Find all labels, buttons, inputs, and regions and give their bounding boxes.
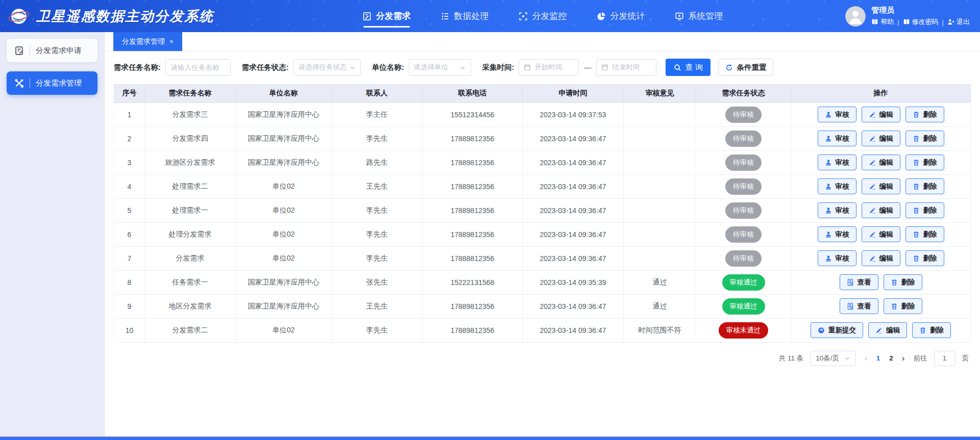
status-cell: 审核未通过 [696,318,791,342]
delete-button[interactable]: 删除 [905,250,944,266]
edit-button[interactable]: 编辑 [862,154,900,170]
edit-label: 编辑 [879,254,893,263]
delete-label: 删除 [901,278,915,287]
nav-item-system-management[interactable]: 系统管理 [675,10,723,22]
edit-button[interactable]: 编辑 [862,226,900,242]
close-icon[interactable]: × [169,38,174,45]
delete-button[interactable]: 删除 [905,226,944,242]
review-button[interactable]: 审核 [818,178,856,194]
next-page-button[interactable]: › [900,353,907,364]
actions-cell: 审核编辑删除 [791,174,971,198]
user-area: 管理员 帮助|修改密码|退出 [845,6,980,27]
task-name-input[interactable] [165,59,231,76]
nav-item-distribution-stats[interactable]: 分发统计 [597,10,645,22]
task-cell: 分发需求 [145,246,236,270]
view-button[interactable]: 查看 [840,274,878,290]
edit-button[interactable]: 编辑 [862,202,900,218]
delete-button[interactable]: 删除 [905,154,944,170]
page-2[interactable]: 2 [889,354,893,362]
help-link[interactable]: 帮助 [871,17,894,27]
page-size-select[interactable]: 10条/页 [810,351,856,366]
review-button[interactable]: 审核 [818,226,856,242]
nav-item-distribution-demand[interactable]: 分发需求 [362,10,411,22]
review-button[interactable]: 审核 [818,202,856,218]
edit-button[interactable]: 编辑 [862,178,900,194]
no-cell: 4 [114,174,145,198]
table-row: 10分发需求二单位02李先生178898123562023-03-14 09:3… [114,318,971,342]
contact-cell: 王先生 [332,294,423,318]
edit-icon [869,159,876,166]
book-icon [903,18,910,25]
delete-button[interactable]: 删除 [884,298,922,314]
delete-button[interactable]: 删除 [905,202,944,218]
search-icon [674,64,681,71]
actions-cell: 审核编辑删除 [791,198,971,222]
contact-cell: 张先生 [332,270,423,294]
task-cell: 任务需求一 [145,270,236,294]
edit-button[interactable]: 编辑 [862,107,900,122]
resubmit-button[interactable]: 重新提交 [811,322,863,338]
org-select[interactable]: 请选择单位 [409,59,471,76]
review-button[interactable]: 审核 [818,154,856,170]
status-badge: 待审核 [725,107,762,123]
no-cell: 3 [114,150,145,174]
end-date-input[interactable]: 结束时间 [596,59,656,76]
stamp-icon [825,231,832,238]
nav-item-distribution-monitor[interactable]: 分发监控 [519,10,567,22]
org-cell: 单位02 [236,198,332,222]
table-row: 4处理需求二单位02王先生178898123562023-03-14 09:36… [114,174,971,198]
table-header-row: 序号需求任务名称单位名称联系人联系电话申请时间审核意见需求任务状态操作 [114,84,971,102]
contact-cell: 李先生 [332,222,423,246]
task-status-select[interactable]: 请选择任务状态 [293,59,361,76]
change-password-link[interactable]: 修改密码 [903,17,939,27]
avatar[interactable] [845,6,866,27]
prev-page-button[interactable]: ‹ [863,353,870,364]
review-button[interactable]: 审核 [818,250,856,266]
search-button[interactable]: 查 询 [666,59,710,76]
nav-item-data-processing[interactable]: 数据处理 [440,10,489,22]
org-cell: 国家卫星海洋应用中心 [236,270,332,294]
edit-icon [869,135,876,142]
task-cell: 分发需求三 [145,102,236,126]
tab-demand-manage[interactable]: 分发需求管理 × [113,32,182,51]
goto-page-input[interactable] [934,351,955,366]
status-badge: 待审核 [725,250,762,267]
delete-button[interactable]: 删除 [905,178,944,194]
delete-icon [913,231,920,238]
view-button[interactable]: 查看 [840,298,878,314]
nav-item-label: 分发统计 [610,10,645,22]
system-icon [675,12,684,21]
org-cell: 国家卫星海洋应用中心 [236,126,332,150]
edit-button[interactable]: 编辑 [862,131,900,146]
task-status-label: 需求任务状态: [242,63,289,72]
start-date-input[interactable]: 开始时间 [519,59,579,76]
delete-button[interactable]: 删除 [884,274,922,290]
time-cell: 2023-03-14 09:35:39 [523,270,624,294]
doc-edit-icon [362,12,372,21]
phone-cell: 17889812356 [423,318,523,342]
logout-link[interactable]: 退出 [947,17,970,27]
delete-label: 删除 [923,134,937,143]
reset-button[interactable]: 条件重置 [718,59,773,76]
edit-label: 编辑 [879,206,893,215]
edit-label: 编辑 [879,182,893,191]
demand-table: 序号需求任务名称单位名称联系人联系电话申请时间审核意见需求任务状态操作 1分发需… [114,84,971,343]
page-1[interactable]: 1 [876,354,880,362]
column-header: 申请时间 [523,84,624,102]
edit-button[interactable]: 编辑 [868,322,907,338]
sidebar-item-demand-apply[interactable]: 分发需求申请 [7,39,97,62]
delete-icon [891,279,898,286]
review-button[interactable]: 审核 [818,107,856,122]
delete-button[interactable]: 删除 [905,107,944,122]
status-cell: 待审核 [696,150,791,174]
no-cell: 9 [114,294,145,318]
delete-icon [913,159,920,166]
delete-button[interactable]: 删除 [905,131,944,146]
goto-suffix: 页 [962,354,969,363]
sidebar-item-demand-manage[interactable]: 分发需求管理 [7,71,97,95]
delete-button[interactable]: 删除 [912,322,951,338]
tools-icon [14,79,24,88]
edit-button[interactable]: 编辑 [862,250,900,266]
review-button[interactable]: 审核 [818,131,856,146]
delete-icon [913,183,920,190]
